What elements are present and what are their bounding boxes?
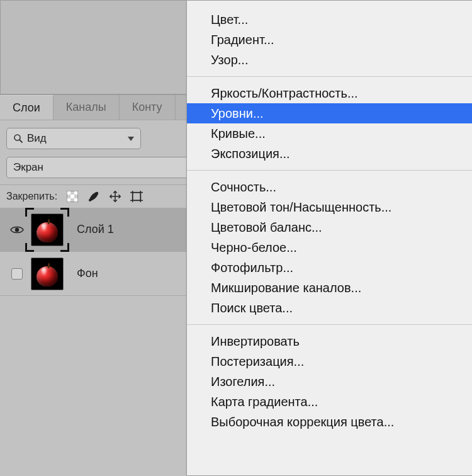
menu-separator — [187, 324, 472, 325]
svg-rect-4 — [74, 191, 78, 195]
blend-mode-label: Экран — [13, 161, 43, 174]
layers-panel: Слои Каналы Конту Вид Экран Закрепить: — [0, 0, 472, 476]
tab-paths[interactable]: Конту — [120, 95, 176, 120]
menu-separator — [187, 76, 472, 77]
menu-item-threshold[interactable]: Изогелия... — [187, 371, 472, 392]
menu-item-color-lookup[interactable]: Поиск цвета... — [187, 298, 472, 318]
menu-item-pattern[interactable]: Узор... — [187, 50, 472, 70]
kind-select[interactable]: Вид — [6, 128, 141, 149]
tab-channels[interactable]: Каналы — [53, 95, 120, 120]
layer-name[interactable]: Фон — [77, 267, 98, 280]
menu-item-exposure[interactable]: Экспозиция... — [187, 144, 472, 164]
chevron-down-icon — [128, 137, 134, 141]
visibility-toggle[interactable] — [6, 225, 28, 235]
svg-rect-12 — [133, 193, 141, 201]
visibility-toggle[interactable] — [6, 268, 28, 280]
svg-rect-3 — [67, 191, 70, 195]
menu-item-invert[interactable]: Инвертировать — [187, 331, 472, 351]
lock-transparency-icon[interactable] — [66, 190, 79, 203]
kind-select-label: Вид — [27, 132, 47, 145]
menu-item-channel-mixer[interactable]: Микширование каналов... — [187, 278, 472, 298]
svg-line-1 — [20, 140, 22, 142]
tab-layers[interactable]: Слои — [0, 95, 53, 120]
menu-item-solid-color[interactable]: Цвет... — [187, 9, 472, 30]
search-icon — [13, 133, 23, 144]
lock-position-icon[interactable] — [109, 190, 121, 203]
menu-item-gradient-map[interactable]: Карта градиента... — [187, 392, 472, 412]
layer-name[interactable]: Слой 1 — [77, 223, 114, 236]
lock-label: Закрепить: — [6, 191, 57, 202]
svg-rect-6 — [67, 198, 70, 202]
lock-artboard-icon[interactable] — [130, 190, 143, 203]
menu-item-gradient[interactable]: Градиент... — [187, 30, 472, 50]
menu-item-photo-filter[interactable]: Фотофильтр... — [187, 258, 472, 278]
menu-item-levels[interactable]: Уровни... — [187, 103, 472, 123]
layer-thumbnail[interactable] — [28, 254, 67, 293]
menu-item-brightness-contrast[interactable]: Яркость/Контрастность... — [187, 83, 472, 103]
menu-item-black-white[interactable]: Черно-белое... — [187, 237, 472, 258]
menu-item-posterize[interactable]: Постеризация... — [187, 351, 472, 371]
svg-rect-7 — [74, 198, 78, 202]
menu-item-color-balance[interactable]: Цветовой баланс... — [187, 217, 472, 237]
svg-rect-5 — [70, 195, 74, 198]
svg-point-9 — [89, 199, 91, 201]
svg-point-17 — [15, 227, 19, 231]
menu-item-hue-saturation[interactable]: Цветовой тон/Насыщенность... — [187, 197, 472, 217]
layer-thumbnail[interactable] — [28, 210, 67, 249]
lock-paint-icon[interactable] — [87, 190, 100, 203]
menu-item-vibrance[interactable]: Сочность... — [187, 177, 472, 197]
menu-item-curves[interactable]: Кривые... — [187, 123, 472, 144]
menu-item-selective-color[interactable]: Выборочная коррекция цвета... — [187, 412, 472, 432]
eye-icon — [10, 225, 24, 235]
adjustment-layer-menu: Цвет... Градиент... Узор... Яркость/Конт… — [186, 0, 472, 476]
menu-separator — [187, 170, 472, 171]
visibility-off-icon — [11, 268, 23, 280]
